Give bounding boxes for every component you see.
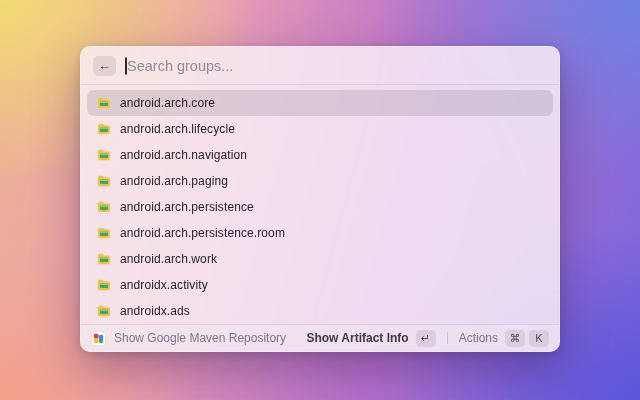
k-key-icon: K	[529, 330, 549, 347]
folder-icon	[97, 201, 111, 213]
folder-icon	[97, 227, 111, 239]
list-item-label: androidx.ads	[120, 304, 190, 318]
list-item-label: android.arch.navigation	[120, 148, 247, 162]
list-item[interactable]: android.arch.persistence.room	[87, 220, 553, 246]
actions-shortcut: ⌘ K	[505, 330, 549, 347]
folder-icon	[97, 149, 111, 161]
list-item-label: android.arch.lifecycle	[120, 122, 235, 136]
actions-button[interactable]: Actions ⌘ K	[459, 330, 549, 347]
command-key-icon: ⌘	[505, 330, 525, 347]
list-item-label: android.arch.work	[120, 252, 217, 266]
list-item[interactable]: android.arch.paging	[87, 168, 553, 194]
google-maven-icon	[91, 331, 106, 346]
actions-label: Actions	[459, 331, 498, 345]
list-item[interactable]: android.arch.persistence	[87, 194, 553, 220]
list-item[interactable]: android.arch.lifecycle	[87, 116, 553, 142]
search-bar: ←	[81, 47, 559, 85]
back-button[interactable]: ←	[93, 56, 116, 76]
footer-extension-info: Show Google Maven Repository	[91, 331, 298, 346]
text-caret	[125, 57, 127, 74]
folder-icon	[97, 305, 111, 317]
list-item-label: android.arch.persistence	[120, 200, 254, 214]
list-item-label: android.arch.core	[120, 96, 215, 110]
list-item[interactable]: androidx.activity	[87, 272, 553, 298]
list-item[interactable]: androidx.ads	[87, 298, 553, 324]
folder-icon	[97, 253, 111, 265]
footer: Show Google Maven Repository Show Artifa…	[81, 324, 559, 351]
folder-icon	[97, 123, 111, 135]
list-item[interactable]: android.arch.work	[87, 246, 553, 272]
list-item[interactable]: android.arch.navigation	[87, 142, 553, 168]
list-item[interactable]: android.arch.core	[87, 90, 553, 116]
search-palette-window: ← android.arch.core android.arch.lifecyc…	[80, 46, 560, 352]
back-arrow-icon: ←	[98, 59, 111, 72]
return-key-icon: ↵	[416, 330, 436, 347]
search-input[interactable]	[125, 58, 547, 74]
list-item-label: android.arch.paging	[120, 174, 228, 188]
folder-icon	[97, 279, 111, 291]
list-item-label: androidx.activity	[120, 278, 208, 292]
results-list: android.arch.core android.arch.lifecycle…	[81, 85, 559, 324]
folder-icon	[97, 175, 111, 187]
primary-action-label: Show Artifact Info	[306, 331, 408, 345]
footer-extension-name: Show Google Maven Repository	[114, 331, 286, 345]
folder-icon	[97, 97, 111, 109]
primary-action-button[interactable]: Show Artifact Info ↵	[306, 330, 435, 347]
footer-divider	[447, 332, 448, 344]
list-item-label: android.arch.persistence.room	[120, 226, 285, 240]
